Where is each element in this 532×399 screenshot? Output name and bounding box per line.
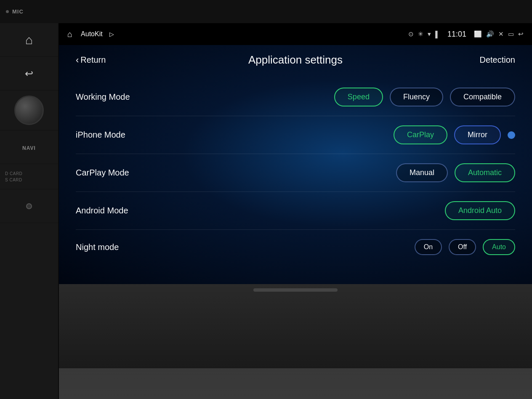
mic-label: MIC [12,8,24,15]
bottom-bezel [59,284,532,368]
android-mode-options: Android Auto [445,201,515,220]
carplay-option[interactable]: CarPlay [394,125,447,144]
iphone-mode-options: CarPlay Mirror [394,125,515,144]
main-screen: ⌂ AutoKit ▷ ⊙ ✳ ▾ ▌ 11:01 ⬜ 🔊 ✕ [59,23,532,284]
iphone-mode-label: iPhone Mode [76,130,194,140]
main-content: ‹ Return Application settings Detection … [59,45,532,284]
mirror-option[interactable]: Mirror [454,125,501,144]
night-mode-label: Night mode [76,242,194,252]
carplay-mode-options: Manual Automatic [396,163,515,182]
wifi-icon: ▾ [428,30,431,38]
return-label: Return [80,55,106,65]
display-area: ⌂ AutoKit ▷ ⊙ ✳ ▾ ▌ 11:01 ⬜ 🔊 ✕ [59,0,532,399]
clock: 11:01 [447,30,466,39]
android-mode-row: Android Mode Android Auto [76,192,515,230]
auto-option[interactable]: Auto [483,239,515,255]
working-mode-row: Working Mode Speed Fluency Compatible [76,78,515,116]
status-bar: ⌂ AutoKit ▷ ⊙ ✳ ▾ ▌ 11:01 ⬜ 🔊 ✕ [59,23,532,45]
off-option[interactable]: Off [449,239,476,255]
power-dot [26,203,32,209]
on-option[interactable]: On [415,239,442,255]
s-card-label: S CARD [5,178,22,182]
bluetooth-icon: ✳ [418,30,423,38]
screen: ⌂ AutoKit ▷ ⊙ ✳ ▾ ▌ 11:01 ⬜ 🔊 ✕ [59,23,532,284]
return-button[interactable]: ‹ Return [76,55,126,66]
speed-option[interactable]: Speed [334,88,383,106]
home-icon: ⌂ [25,33,33,47]
car-unit: MIC ⌂ ↩ NAVI D CARD S CAR [0,0,532,399]
scroll-indicator [508,131,515,139]
status-home-icon: ⌂ [67,29,72,39]
navi-label: NAVI [22,145,36,151]
return-chevron-icon: ‹ [76,55,79,66]
back-icon: ↩ [25,68,33,80]
compatible-option[interactable]: Compatible [450,88,515,106]
fluency-option[interactable]: Fluency [390,88,443,106]
working-mode-options: Speed Fluency Compatible [334,88,515,106]
volume-icon: 🔊 [486,30,494,38]
window-icon: ▭ [508,30,514,38]
left-controls: ⌂ ↩ NAVI D CARD S CARD [0,0,59,399]
night-mode-row: Night mode On Off Auto [76,230,515,258]
iphone-mode-row: iPhone Mode CarPlay Mirror [76,116,515,154]
detection-button[interactable]: Detection [465,55,515,65]
manual-option[interactable]: Manual [396,163,448,182]
android-auto-option[interactable]: Android Auto [445,201,515,220]
home-button[interactable]: ⌂ [0,23,58,57]
android-mode-label: Android Mode [76,206,194,215]
d-card-label: D CARD [5,171,22,176]
return-icon: ↩ [518,30,524,38]
handle-indicator [253,288,338,292]
settings-section: Working Mode Speed Fluency Compatible iP… [76,78,515,258]
carplay-mode-label: CarPlay Mode [76,168,194,178]
card-slots: D CARD S CARD [0,164,58,189]
mic-indicator [6,10,9,13]
header-row: ‹ Return Application settings Detection [76,53,515,66]
page-title: Application settings [126,53,465,66]
volume-knob[interactable] [14,96,44,125]
camera-icon: ⬜ [474,30,482,38]
navi-button[interactable]: NAVI [0,130,58,164]
signal-icon: ▌ [435,31,440,38]
location-icon: ⊙ [408,30,414,38]
night-mode-options: On Off Auto [415,239,515,255]
status-icons: ⊙ ✳ ▾ ▌ 11:01 ⬜ 🔊 ✕ ▭ ↩ [408,30,524,39]
volume-knob-area[interactable] [0,90,58,130]
back-button[interactable]: ↩ [0,57,58,90]
carplay-mode-row: CarPlay Mode Manual Automatic [76,154,515,192]
close-icon: ✕ [498,30,504,38]
power-indicator[interactable] [0,189,58,223]
top-bezel [59,0,532,23]
app-name: AutoKit [81,30,103,38]
mic-area: MIC [0,0,59,23]
cast-icon: ▷ [109,31,114,37]
automatic-option[interactable]: Automatic [455,163,515,182]
working-mode-label: Working Mode [76,92,194,102]
